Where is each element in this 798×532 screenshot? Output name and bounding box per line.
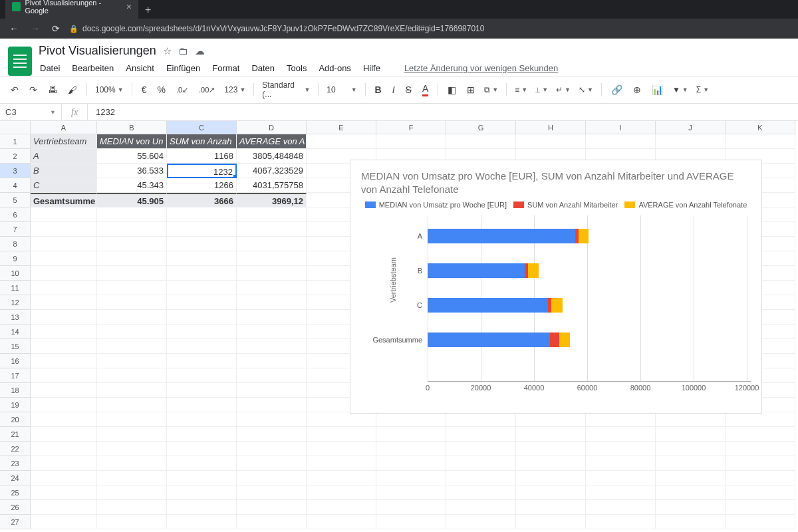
cell[interactable]	[167, 383, 237, 398]
cell[interactable]	[376, 134, 446, 149]
cell[interactable]	[167, 339, 237, 354]
cell[interactable]	[656, 471, 726, 485]
row-header-16[interactable]: 16	[0, 354, 31, 368]
selected-cell[interactable]: 1232	[167, 164, 237, 178]
row-header-1[interactable]: 1	[0, 134, 31, 149]
cell[interactable]	[307, 134, 376, 149]
cell[interactable]	[516, 485, 586, 500]
browser-tab[interactable]: Pivot Visualisierungen - Google ×	[5, 0, 138, 19]
row-header-23[interactable]: 23	[0, 456, 31, 471]
cell[interactable]	[31, 325, 97, 339]
functions-icon[interactable]: Σ▼	[694, 84, 712, 96]
cell[interactable]	[167, 427, 237, 442]
menu-einfuegen[interactable]: Einfügen	[165, 61, 201, 76]
cell[interactable]	[167, 368, 237, 383]
borders-icon[interactable]: ⊞	[463, 82, 479, 98]
cell[interactable]	[586, 515, 656, 529]
row-header-27[interactable]: 27	[0, 515, 31, 529]
cell[interactable]	[656, 412, 726, 427]
cell[interactable]	[31, 207, 97, 222]
menu-datei[interactable]: Datei	[39, 61, 61, 76]
cell[interactable]	[586, 471, 656, 485]
col-header-B[interactable]: B	[97, 121, 167, 134]
col-header-F[interactable]: F	[376, 121, 446, 134]
cell[interactable]	[31, 237, 97, 251]
cell[interactable]: MEDIAN von Un	[97, 134, 167, 149]
menu-tools[interactable]: Tools	[285, 61, 308, 76]
cell[interactable]	[446, 471, 516, 485]
cell[interactable]	[167, 295, 237, 310]
row-header-19[interactable]: 19	[0, 398, 31, 412]
cell[interactable]	[167, 485, 237, 500]
cell[interactable]	[167, 325, 237, 339]
cell[interactable]	[97, 456, 167, 471]
cell[interactable]	[446, 134, 516, 149]
merge-icon[interactable]: ⧉▼	[481, 84, 501, 96]
cell[interactable]	[726, 485, 795, 500]
cell[interactable]	[307, 456, 376, 471]
cell[interactable]	[237, 471, 307, 485]
row-header-9[interactable]: 9	[0, 251, 31, 266]
cell[interactable]	[97, 485, 167, 500]
cell[interactable]	[516, 500, 586, 515]
cell[interactable]	[31, 398, 97, 412]
row-header-24[interactable]: 24	[0, 471, 31, 485]
cell[interactable]	[376, 471, 446, 485]
cell[interactable]	[167, 354, 237, 368]
cell[interactable]: 3666	[167, 193, 237, 207]
cell[interactable]	[726, 412, 795, 427]
cell[interactable]: 55.604	[97, 149, 167, 164]
row-header-25[interactable]: 25	[0, 485, 31, 500]
cell[interactable]	[586, 427, 656, 442]
cell[interactable]	[167, 222, 237, 237]
cell[interactable]	[167, 442, 237, 456]
cell[interactable]	[656, 485, 726, 500]
cell[interactable]	[237, 237, 307, 251]
col-header-A[interactable]: A	[31, 121, 97, 134]
cell[interactable]	[446, 442, 516, 456]
row-header-14[interactable]: 14	[0, 325, 31, 339]
cell[interactable]	[31, 354, 97, 368]
cell[interactable]	[376, 442, 446, 456]
cell[interactable]	[167, 310, 237, 325]
cell[interactable]	[31, 471, 97, 485]
cell[interactable]	[167, 266, 237, 281]
name-box[interactable]: C3▼	[0, 104, 62, 120]
cell[interactable]: C	[31, 178, 97, 193]
row-header-21[interactable]: 21	[0, 427, 31, 442]
filter-icon[interactable]: ▼▼	[670, 84, 691, 96]
row-header-11[interactable]: 11	[0, 281, 31, 295]
cell[interactable]	[97, 368, 167, 383]
paint-format-icon[interactable]: 🖌	[64, 82, 81, 98]
cell[interactable]	[31, 412, 97, 427]
row-header-10[interactable]: 10	[0, 266, 31, 281]
cell[interactable]	[167, 281, 237, 295]
cell[interactable]	[446, 515, 516, 529]
cell[interactable]	[656, 515, 726, 529]
cell[interactable]	[446, 427, 516, 442]
redo-icon[interactable]: ↷	[25, 82, 41, 98]
cell[interactable]	[307, 471, 376, 485]
col-header-K[interactable]: K	[726, 121, 795, 134]
currency-button[interactable]: €	[138, 82, 151, 98]
cell[interactable]	[97, 427, 167, 442]
cell[interactable]	[31, 383, 97, 398]
cell[interactable]	[726, 427, 795, 442]
row-header-3[interactable]: 3	[0, 164, 31, 178]
valign-icon[interactable]: ⟂▼	[533, 84, 551, 96]
cell[interactable]	[586, 134, 656, 149]
cell[interactable]	[376, 515, 446, 529]
cell[interactable]: 45.343	[97, 178, 167, 193]
cell[interactable]	[237, 442, 307, 456]
cell[interactable]	[97, 515, 167, 529]
cell[interactable]	[237, 485, 307, 500]
cell[interactable]	[237, 251, 307, 266]
cell[interactable]	[237, 339, 307, 354]
decrease-decimal-button[interactable]: .0↙	[172, 83, 192, 97]
menu-addons[interactable]: Add-ons	[317, 61, 352, 76]
cell[interactable]	[97, 442, 167, 456]
spreadsheet-grid[interactable]: ABCDEFGHIJK 1234567891011121314151617181…	[0, 121, 798, 529]
cell[interactable]	[237, 325, 307, 339]
cell[interactable]	[31, 251, 97, 266]
cell[interactable]	[97, 266, 167, 281]
